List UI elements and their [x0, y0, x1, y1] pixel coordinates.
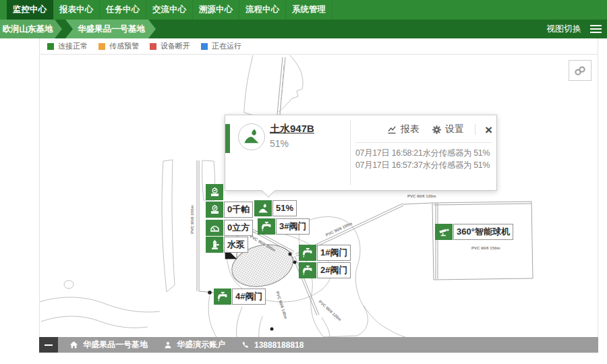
nav-item-0[interactable]: 监控中心 — [7, 0, 53, 20]
marker-51%[interactable]: 51% — [254, 200, 297, 216]
legend-label: 设备断开 — [161, 41, 190, 51]
home-icon — [69, 340, 78, 349]
popup-action-report[interactable]: 报表 — [386, 123, 420, 135]
legend-color-swatch — [150, 43, 156, 50]
marker-360°智能球机[interactable]: 360°智能球机 — [435, 224, 513, 240]
link-button[interactable] — [569, 60, 591, 81]
pipe-label: PVC 90/6 150m — [471, 246, 500, 250]
field-map-drawing: PVC 90/6 300mPVC 90/6 350mPVC 90/6 100mP… — [40, 55, 598, 337]
breadcrumb-item-base[interactable]: 欧润山东基地 — [0, 20, 62, 38]
nav-item-5[interactable]: 流程中心 — [239, 0, 286, 20]
pump-icon — [206, 237, 223, 253]
popup-action-settings[interactable]: 设置 — [432, 123, 464, 135]
nav-item-1[interactable]: 报表中心 — [53, 0, 100, 20]
valve-icon — [258, 218, 275, 235]
map-area[interactable]: PVC 90/6 300mPVC 90/6 350mPVC 90/6 100mP… — [39, 55, 598, 337]
legend-label: 正在运行 — [212, 41, 241, 51]
marker-label: 水泵 — [224, 237, 248, 253]
statusbar-item-2: 13888188818 — [241, 340, 304, 350]
app: 监控中心报表中心任务中心交流中心溯源中心流程中心系统管理 欧润山东基地 华盛果品… — [0, 0, 607, 364]
nav-item-2[interactable]: 任务中心 — [100, 0, 146, 20]
user-icon — [164, 341, 172, 349]
statusbar-item-1: 华盛演示账户 — [164, 339, 225, 351]
legend-item-1: 传感预警 — [98, 41, 139, 51]
menu-icon[interactable] — [590, 25, 602, 33]
sensor-value: 51% — [270, 138, 289, 149]
minus-icon — [45, 344, 53, 346]
marker-label: 0立方 — [224, 220, 253, 236]
popup-action-label: 设置 — [445, 123, 464, 135]
sensor-popup: 土水947B 51% 报表设置× 07月17日 16:58:21水分传感器为 5… — [225, 115, 497, 191]
marker-label: 1#阀门 — [317, 245, 351, 261]
pipe-label: PVC 90/6 120m — [407, 194, 436, 198]
popup-actions: 报表设置× — [355, 121, 492, 138]
statusbar-label: 13888188818 — [254, 340, 304, 350]
marker-label: 0千帕 — [224, 202, 253, 218]
legend-color-swatch — [201, 43, 208, 50]
view-switch-button[interactable]: 视图切换 — [546, 20, 581, 38]
marker-label: 2#阀门 — [317, 262, 351, 278]
sensor-title[interactable]: 土水947B — [270, 123, 314, 135]
sensor-avatar — [238, 123, 265, 150]
valve-icon — [299, 262, 316, 278]
meter-icon — [206, 202, 223, 218]
popup-action-label: 报表 — [401, 123, 420, 135]
valve-icon — [299, 245, 316, 261]
marker-label: 4#阀门 — [232, 289, 266, 305]
marker-meter-icon[interactable] — [206, 184, 223, 200]
statusbar-label: 华盛演示账户 — [177, 339, 225, 351]
legend-color-swatch — [47, 43, 54, 50]
legend-label: 连接正常 — [58, 41, 88, 51]
meter-icon — [206, 184, 223, 200]
nav-item-3[interactable]: 交流中心 — [146, 0, 193, 20]
popup-messages: 07月17日 16:58:21水分传感器为 51%07月17日 16:57:37… — [355, 147, 490, 171]
marker-3#阀门[interactable]: 3#阀门 — [258, 218, 310, 235]
legend-item-2: 设备断开 — [150, 41, 190, 51]
marker-label: 360°智能球机 — [453, 224, 513, 240]
legend-item-3: 正在运行 — [201, 41, 241, 51]
status-legend: 连接正常传感预警设备断开正在运行 — [39, 38, 598, 55]
gauge-icon — [206, 220, 223, 236]
moisture-icon — [254, 200, 272, 216]
collapse-toggle-button[interactable] — [39, 337, 58, 353]
legend-item-0: 连接正常 — [47, 41, 88, 51]
popup-accent — [225, 124, 230, 153]
status-bar: 华盛果品一号基地华盛演示账户13888188818 — [39, 337, 598, 353]
link-icon — [573, 65, 587, 77]
phone-icon — [241, 341, 250, 349]
sensor-log-message: 07月17日 16:58:21水分传感器为 51% — [355, 147, 490, 159]
marker-label: 51% — [272, 200, 297, 216]
nav-item-6[interactable]: 系统管理 — [286, 0, 333, 20]
marker-水泵[interactable]: 水泵 — [206, 237, 248, 253]
popup-divider-horizontal — [355, 142, 492, 143]
moisture-icon — [242, 127, 261, 146]
nav-item-4[interactable]: 溯源中心 — [193, 0, 239, 20]
chart-icon — [386, 124, 397, 135]
pipe-label: PVC 90/6 300m — [190, 205, 194, 234]
statusbar-label: 华盛果品一号基地 — [83, 339, 148, 351]
breadcrumb: 欧润山东基地 华盛果品一号基地 视图切换 — [0, 20, 607, 38]
container-bottom-border — [39, 353, 598, 353]
marker-2#阀门[interactable]: 2#阀门 — [299, 262, 351, 278]
marker-0千帕[interactable]: 0千帕 — [206, 202, 253, 218]
camera-icon — [435, 224, 453, 240]
marker-4#阀门[interactable]: 4#阀门 — [214, 289, 266, 305]
close-icon[interactable]: × — [485, 123, 492, 136]
marker-label: 3#阀门 — [276, 218, 310, 235]
breadcrumb-item-site[interactable]: 华盛果品一号基地 — [65, 20, 156, 38]
popup-divider-vertical — [350, 120, 351, 185]
legend-color-swatch — [98, 43, 105, 50]
marker-1#阀门[interactable]: 1#阀门 — [299, 245, 351, 261]
gear-icon — [432, 125, 442, 135]
pipe-label: PVC 90/6 140m — [275, 291, 288, 319]
statusbar-item-0: 华盛果品一号基地 — [69, 339, 148, 351]
pipe-label: PVC 90/6 120m — [318, 299, 342, 322]
top-nav: 监控中心报表中心任务中心交流中心溯源中心流程中心系统管理 — [0, 0, 607, 20]
popup-action-divider — [475, 124, 475, 135]
sensor-log-message: 07月17日 16:57:37水分传感器为 51% — [355, 159, 490, 171]
valve-icon — [214, 289, 231, 305]
legend-label: 传感预警 — [109, 41, 139, 51]
marker-0立方[interactable]: 0立方 — [206, 220, 253, 236]
